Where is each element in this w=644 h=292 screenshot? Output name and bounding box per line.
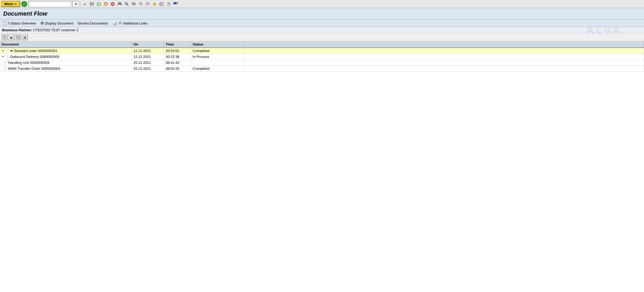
doc-file-icon-3: 📄 xyxy=(3,67,7,71)
redo-icon[interactable] xyxy=(145,1,151,7)
service-documents-action[interactable]: Service Documents xyxy=(77,21,108,25)
status-list-icon: 📋 xyxy=(2,21,7,26)
arrow-icon-0: ➡ xyxy=(10,49,13,53)
status-2 xyxy=(191,60,245,65)
gear-flower-icon: ⚙ xyxy=(40,21,44,26)
nav-back-icon[interactable]: « xyxy=(82,1,88,7)
content-area xyxy=(0,72,644,179)
doc-file-icon-2: 📄 xyxy=(3,61,7,65)
time-0: 20:53:01 xyxy=(164,48,191,54)
table-row[interactable]: · 📄 WMS Transfer Order 0000000001 25.12.… xyxy=(0,66,644,72)
save-icon[interactable] xyxy=(89,1,95,7)
undo-icon[interactable] xyxy=(138,1,144,7)
extra-2 xyxy=(245,60,644,65)
collapse-all-icon[interactable] xyxy=(15,34,21,40)
window-icon[interactable] xyxy=(159,1,165,7)
bp-value: CTEST002 TEST customer 2 xyxy=(33,28,79,32)
svg-rect-1 xyxy=(91,2,93,4)
cancel-icon[interactable] xyxy=(110,1,116,7)
svg-marker-18 xyxy=(139,3,140,5)
table-header: Document On Time Status xyxy=(0,41,644,48)
find-all-icon[interactable] xyxy=(131,1,137,7)
svg-rect-2 xyxy=(90,4,93,6)
infinity-icon: ♾ xyxy=(118,21,122,26)
svg-marker-20 xyxy=(153,2,157,6)
display-document-action[interactable]: ⚙ Display Document xyxy=(40,21,73,26)
extra-1 xyxy=(245,54,644,60)
svg-marker-3 xyxy=(99,2,101,3)
table-row[interactable]: ▼ 📄 Outbound Delivery 0080000000 12.12.2… xyxy=(0,54,644,60)
status-3: Completed xyxy=(191,66,245,71)
doc-cell-3: · 📄 WMS Transfer Order 0000000001 xyxy=(0,66,132,71)
command-input[interactable] xyxy=(28,1,71,7)
info-icon: ℹ xyxy=(8,22,9,25)
chart-icon: 📊 xyxy=(112,21,117,26)
check-icon[interactable]: ✓ xyxy=(21,1,27,7)
extra-3 xyxy=(245,66,644,71)
expand-icon-1[interactable]: ▼ xyxy=(2,55,4,58)
svg-rect-28 xyxy=(3,36,5,37)
doc-name-3: WMS Transfer Order 0000000001 xyxy=(8,67,61,71)
svg-marker-19 xyxy=(148,3,149,5)
table-row[interactable]: ▼ 📄 ➡ Standard order 0000000001 11.12.20… xyxy=(0,48,644,54)
time-3: 08:50:25 xyxy=(164,66,191,71)
doc-cell-1: ▼ 📄 Outbound Delivery 0080000000 xyxy=(0,54,132,60)
expand-icon-2: · xyxy=(2,61,2,64)
additional-links-action[interactable]: 📊 ♾ Additional Links xyxy=(112,21,147,26)
monitor-icon[interactable] xyxy=(173,1,179,7)
main-toolbar: Menu ✓ « ? xyxy=(0,0,644,8)
status-1: In Process xyxy=(191,54,245,60)
bp-bar: Business Partner: CTEST002 TEST customer… xyxy=(0,27,644,33)
doc-cell-0: ▼ 📄 ➡ Standard order 0000000001 xyxy=(0,48,132,54)
doc-name-0: Standard order 0000000001 xyxy=(14,49,58,53)
service-documents-label: Service Documents xyxy=(77,21,108,25)
display-document-label: Display Document xyxy=(45,21,73,25)
doc-file-icon-0: 📄 xyxy=(5,49,9,53)
on-0: 11.12.2021 xyxy=(132,48,164,54)
on-1: 12.12.2021 xyxy=(132,54,164,60)
command-dropdown[interactable] xyxy=(72,1,78,7)
status-overview-label: Status Overview xyxy=(10,21,36,25)
find-icon[interactable] xyxy=(124,1,130,7)
table-row[interactable]: · 📄 Handling Unit 0000000004 25.12.2021 … xyxy=(0,60,644,66)
doc-file-icon-1: 📄 xyxy=(5,55,9,59)
zoom-icon[interactable] xyxy=(2,34,8,40)
page-title: Document Flow xyxy=(0,8,644,20)
on-3: 25.12.2021 xyxy=(132,66,164,71)
star-icon[interactable] xyxy=(152,1,158,7)
on-2: 25.12.2021 xyxy=(132,60,164,65)
svg-line-32 xyxy=(17,36,19,39)
svg-rect-27 xyxy=(176,4,178,4)
col-extra xyxy=(245,41,644,47)
svg-rect-22 xyxy=(161,4,164,6)
print-icon[interactable] xyxy=(117,1,123,7)
status-overview-action[interactable]: 📋 ℹ Status Overview xyxy=(2,21,36,26)
doc-name-2: Handling Unit 0000000004 xyxy=(8,61,49,65)
doc-cell-2: · 📄 Handling Unit 0000000004 xyxy=(0,60,132,65)
help-icon[interactable]: ? xyxy=(166,1,172,7)
svg-text:?: ? xyxy=(168,2,170,6)
svg-point-13 xyxy=(125,2,127,5)
col-time: Time xyxy=(164,41,191,47)
refresh-icon[interactable] xyxy=(96,1,102,7)
svg-rect-26 xyxy=(176,2,178,3)
expand-all-icon[interactable]: ▲ xyxy=(8,34,14,40)
separator-1 xyxy=(80,1,80,7)
time-1: 00:22:38 xyxy=(164,54,191,60)
up-icon[interactable] xyxy=(103,1,109,7)
time-2: 08:41:43 xyxy=(164,60,191,65)
col-status: Status xyxy=(191,41,245,47)
expand-icon-0[interactable]: ▼ xyxy=(2,49,4,52)
print-mini-icon[interactable]: 🖨 xyxy=(22,34,28,40)
svg-rect-12 xyxy=(118,4,119,4)
expand-icon-3: · xyxy=(2,67,2,70)
mini-toolbar: ▲ 🖨 xyxy=(0,33,644,41)
menu-button[interactable]: Menu xyxy=(1,1,20,7)
document-table: Document On Time Status ▼ 📄 ➡ Standard o… xyxy=(0,41,644,72)
col-document: Document xyxy=(0,41,132,47)
svg-rect-25 xyxy=(174,2,176,4)
svg-line-14 xyxy=(127,4,128,6)
additional-links-label: Additional Links xyxy=(123,21,147,25)
doc-name-1: Outbound Delivery 0080000000 xyxy=(10,55,59,59)
bp-label: Business Partner: xyxy=(2,28,32,32)
